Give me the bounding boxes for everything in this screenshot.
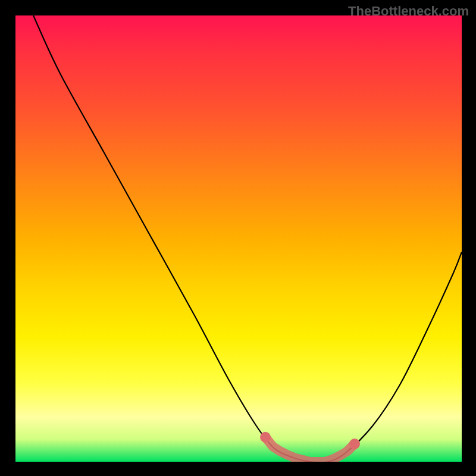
svg-point-1 — [349, 439, 360, 449]
watermark-text: TheBottleneck.com — [348, 4, 469, 19]
svg-point-0 — [260, 432, 271, 443]
highlight-dots — [260, 432, 360, 449]
curve-svg — [15, 15, 462, 462]
chart-plot-area — [15, 15, 462, 462]
bottleneck-curve-line — [33, 15, 462, 462]
highlight-segment — [265, 437, 355, 462]
